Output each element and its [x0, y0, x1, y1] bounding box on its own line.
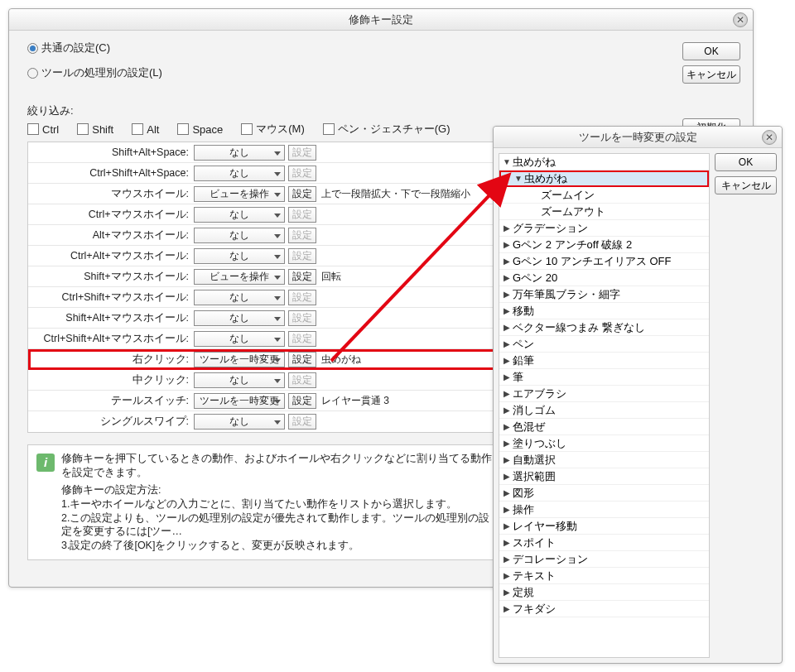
tree-node[interactable]: ▶スポイト: [499, 535, 709, 551]
filter-gesture[interactable]: ペン・ジェスチャー(G): [323, 122, 450, 137]
ok-button[interactable]: OK: [715, 153, 777, 171]
shortcut-row: Shift+Alt+Space:なし設定: [28, 142, 507, 163]
tree-node[interactable]: ▶操作: [499, 502, 709, 518]
tree-node[interactable]: ▼虫めがね: [499, 154, 709, 170]
settings-button: 設定: [288, 372, 316, 388]
chevron-right-icon: ▶: [503, 240, 511, 249]
shortcut-key-label: Shift+Alt+Space:: [28, 146, 194, 158]
action-dropdown[interactable]: ビューを操作: [194, 186, 285, 202]
tree-node[interactable]: ▼虫めがね: [499, 170, 709, 187]
tree-node[interactable]: ▶消しゴム: [499, 402, 709, 419]
shortcut-key-label: Shift+Alt+マウスホイール:: [28, 311, 194, 325]
tree-node-label: 虫めがね: [511, 155, 556, 170]
shortcut-extra-label: レイヤー貫通 3: [321, 394, 389, 408]
tree-node[interactable]: ▶ベクター線つまみ 繋ぎなし: [499, 319, 709, 336]
action-dropdown[interactable]: なし: [194, 331, 285, 347]
tree-node[interactable]: ▶自動選択: [499, 452, 709, 468]
action-dropdown[interactable]: なし: [194, 166, 285, 181]
shortcut-key-label: Alt+マウスホイール:: [28, 228, 194, 242]
shortcut-rows: Shift+Alt+Space:なし設定Ctrl+Shift+Alt+Space…: [27, 142, 508, 433]
tree-node[interactable]: ズームアウト: [499, 204, 709, 220]
action-dropdown[interactable]: なし: [194, 145, 285, 161]
tree-node[interactable]: ▶レイヤー移動: [499, 518, 709, 535]
tree-node[interactable]: ▶グラデーション: [499, 220, 709, 237]
cancel-button[interactable]: キャンセル: [715, 176, 777, 194]
shortcut-key-label: Ctrl+Shift+Alt+マウスホイール:: [28, 332, 194, 346]
action-dropdown[interactable]: ビューを操作: [194, 269, 285, 285]
close-icon[interactable]: ✕: [762, 130, 777, 145]
shortcut-row: Alt+マウスホイール:なし設定: [28, 225, 507, 246]
chevron-right-icon: ▶: [503, 422, 511, 431]
tree-node[interactable]: ▶ペン: [499, 336, 709, 353]
modifier-title-bar: 修飾キー設定 ✕: [9, 9, 753, 31]
tree-node[interactable]: ▶塗りつぶし: [499, 435, 709, 452]
settings-button[interactable]: 設定: [288, 269, 316, 285]
tree-node[interactable]: ▶テキスト: [499, 568, 709, 584]
tree-node[interactable]: ▶移動: [499, 303, 709, 319]
radio-common-settings[interactable]: 共通の設定(C): [27, 41, 674, 55]
filter-ctrl[interactable]: Ctrl: [27, 123, 59, 136]
shortcut-key-label: Ctrl+マウスホイール:: [28, 208, 194, 222]
tree-node-label: スポイト: [511, 535, 556, 550]
settings-button: 設定: [288, 414, 316, 430]
tree-node[interactable]: ▶フキダシ: [499, 601, 709, 617]
action-dropdown[interactable]: なし: [194, 248, 285, 264]
action-dropdown[interactable]: なし: [194, 310, 285, 326]
radio-pertool-label: ツールの処理別の設定(L): [41, 65, 162, 80]
tree-node-label: Gペン 20: [511, 271, 557, 286]
action-dropdown[interactable]: なし: [194, 207, 285, 223]
settings-button[interactable]: 設定: [288, 352, 316, 367]
tree-node[interactable]: ズームイン: [499, 187, 709, 204]
settings-button[interactable]: 設定: [288, 393, 316, 409]
filter-space[interactable]: Space: [177, 123, 223, 136]
tree-node[interactable]: ▶選択範囲: [499, 468, 709, 485]
shortcut-row: 右クリック:ツールを一時変更設定虫めがね: [28, 349, 507, 370]
action-dropdown[interactable]: なし: [194, 290, 285, 305]
tool-tree[interactable]: ▼虫めがね▼虫めがねズームインズームアウト▶グラデーション▶Gペン 2 アンチo…: [499, 153, 710, 658]
tree-node-label: Gペン 10 アンチエイリアス OFF: [511, 254, 671, 269]
chevron-right-icon: ▶: [503, 588, 511, 597]
filter-shift[interactable]: Shift: [77, 123, 113, 136]
settings-button: 設定: [288, 310, 316, 326]
chevron-right-icon: ▶: [503, 339, 511, 348]
tree-node[interactable]: ▶鉛筆: [499, 353, 709, 369]
shortcut-key-label: Ctrl+Shift+Alt+Space:: [28, 167, 194, 179]
chevron-down-icon: ▼: [514, 174, 523, 183]
tree-node[interactable]: ▶筆: [499, 369, 709, 386]
close-icon[interactable]: ✕: [733, 12, 748, 27]
tree-node[interactable]: ▶定規: [499, 584, 709, 601]
tree-node[interactable]: ▶Gペン 2 アンチoff 破線 2: [499, 237, 709, 253]
tree-node[interactable]: ▶Gペン 20: [499, 270, 709, 286]
action-dropdown[interactable]: なし: [194, 228, 285, 243]
chevron-right-icon: ▶: [503, 488, 511, 497]
cancel-button[interactable]: キャンセル: [682, 65, 740, 84]
tree-node[interactable]: ▶万年筆風ブラシ・細字: [499, 286, 709, 303]
chevron-right-icon: ▶: [503, 257, 511, 266]
filter-mouse[interactable]: マウス(M): [241, 122, 305, 137]
tree-node[interactable]: ▶Gペン 10 アンチエイリアス OFF: [499, 253, 709, 270]
tree-node-label: 筆: [511, 370, 523, 385]
chevron-right-icon: ▶: [503, 538, 511, 547]
tree-node[interactable]: ▶エアブラシ: [499, 386, 709, 402]
action-dropdown[interactable]: ツールを一時変更: [194, 393, 285, 409]
ok-button[interactable]: OK: [682, 42, 740, 60]
shortcut-key-label: シングルスワイプ:: [28, 415, 194, 429]
tree-node-label: 鉛筆: [511, 353, 534, 368]
tree-node[interactable]: ▶図形: [499, 485, 709, 502]
tree-node[interactable]: ▶デコレーション: [499, 551, 709, 568]
chevron-right-icon: ▶: [503, 472, 511, 481]
modifier-window-title: 修飾キー設定: [349, 12, 413, 27]
action-dropdown[interactable]: なし: [194, 372, 285, 388]
settings-button[interactable]: 設定: [288, 186, 316, 202]
tree-node-label: ペン: [511, 337, 534, 352]
action-dropdown[interactable]: なし: [194, 414, 285, 430]
tree-node-label: 消しゴム: [511, 403, 556, 418]
chevron-right-icon: ▶: [503, 306, 511, 315]
tree-node-label: Gペン 2 アンチoff 破線 2: [511, 238, 632, 252]
filter-alt[interactable]: Alt: [132, 123, 159, 136]
tree-node[interactable]: ▶色混ぜ: [499, 419, 709, 435]
radio-pertool-settings[interactable]: ツールの処理別の設定(L): [27, 65, 674, 80]
action-dropdown[interactable]: ツールを一時変更: [194, 352, 285, 367]
shortcut-key-label: Ctrl+Shift+マウスホイール:: [28, 290, 194, 305]
chevron-right-icon: ▶: [503, 356, 511, 365]
